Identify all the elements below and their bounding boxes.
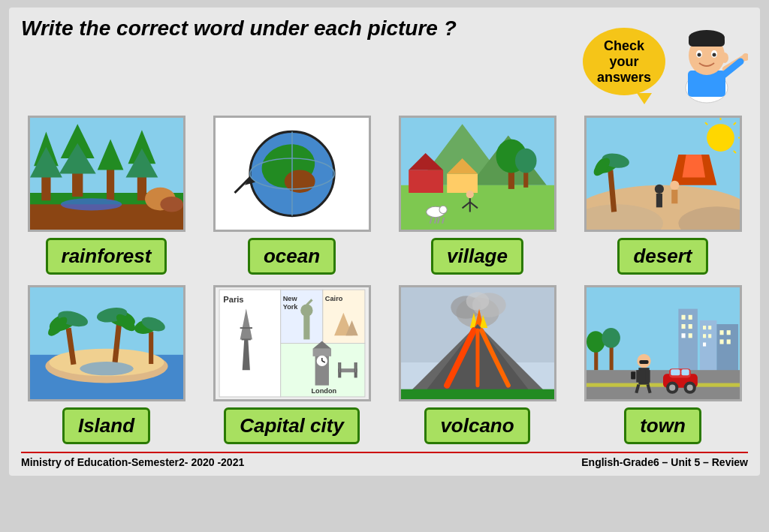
- svg-rect-142: [681, 315, 685, 320]
- picture-cell-village: village: [392, 116, 562, 275]
- svg-point-72: [670, 181, 679, 190]
- svg-rect-106: [303, 313, 309, 340]
- svg-point-131: [466, 292, 489, 310]
- capital-illustration: Paris New York Cairo: [216, 286, 369, 401]
- svg-point-74: [707, 124, 734, 152]
- svg-point-7: [698, 53, 701, 57]
- svg-rect-146: [681, 333, 685, 338]
- svg-rect-116: [312, 349, 330, 356]
- village-illustration: [401, 116, 554, 231]
- svg-marker-69: [682, 155, 705, 178]
- svg-point-49: [514, 149, 536, 173]
- picture-frame-capital: Paris New York Cairo: [213, 285, 371, 401]
- svg-rect-145: [688, 324, 692, 329]
- label-ocean: ocean: [248, 238, 336, 275]
- pictures-grid: rainforest oce: [21, 116, 748, 444]
- svg-text:Cairo: Cairo: [324, 295, 342, 302]
- svg-rect-147: [688, 333, 692, 338]
- page-title: Write the correct word under each pictur…: [21, 17, 457, 41]
- svg-rect-174: [639, 360, 648, 364]
- svg-point-178: [602, 328, 620, 348]
- picture-cell-rainforest: rainforest: [21, 116, 191, 275]
- island-illustration: [30, 286, 183, 401]
- svg-rect-173: [631, 371, 635, 379]
- picture-frame-village: [399, 116, 556, 232]
- picture-cell-desert: desert: [578, 116, 748, 275]
- character-illustration: [665, 17, 748, 107]
- svg-point-27: [60, 198, 122, 210]
- label-volcano: volcano: [424, 407, 529, 444]
- svg-point-176: [587, 331, 605, 353]
- header: Write the correct word under each pictur…: [21, 17, 748, 107]
- svg-point-55: [439, 206, 447, 213]
- svg-rect-22: [107, 166, 114, 200]
- rainforest-illustration: [30, 116, 183, 231]
- svg-rect-154: [726, 330, 730, 335]
- picture-cell-town: town: [578, 285, 748, 444]
- town-illustration: [587, 286, 740, 401]
- svg-point-163: [686, 385, 692, 391]
- svg-point-70: [654, 185, 663, 194]
- check-bubble-area: Checkyouranswers: [583, 17, 748, 107]
- svg-point-162: [669, 385, 675, 391]
- svg-rect-137: [401, 389, 554, 401]
- svg-point-8: [713, 53, 716, 57]
- svg-rect-166: [681, 369, 689, 375]
- footer-left: Ministry of Education-Semester2- 2020 -2…: [21, 456, 244, 468]
- volcano-illustration: [401, 286, 554, 401]
- svg-rect-153: [719, 330, 723, 335]
- svg-point-95: [80, 362, 133, 375]
- svg-rect-169: [636, 370, 641, 382]
- svg-rect-92: [149, 332, 153, 364]
- picture-frame-volcano: [399, 285, 556, 401]
- svg-text:Paris: Paris: [223, 295, 243, 304]
- svg-text:New: New: [282, 295, 297, 302]
- desert-illustration: [587, 116, 740, 231]
- label-capital-city: Capital city: [224, 407, 360, 444]
- svg-rect-73: [671, 190, 677, 203]
- svg-point-107: [300, 304, 312, 316]
- svg-rect-151: [708, 334, 711, 338]
- svg-rect-144: [681, 324, 685, 329]
- picture-frame-island: [28, 285, 185, 401]
- label-town: town: [624, 407, 701, 444]
- svg-rect-149: [708, 326, 711, 329]
- picture-cell-ocean: ocean: [207, 116, 377, 275]
- svg-rect-150: [703, 334, 706, 338]
- picture-frame-town: [584, 285, 742, 401]
- check-bubble[interactable]: Checkyouranswers: [583, 28, 665, 95]
- svg-point-50: [466, 191, 473, 198]
- svg-rect-71: [656, 194, 662, 207]
- label-island: Island: [62, 407, 150, 444]
- label-village: village: [431, 238, 523, 275]
- picture-frame-desert: [584, 116, 742, 232]
- footer: Ministry of Education-Semester2- 2020 -2…: [21, 452, 748, 468]
- svg-rect-155: [719, 339, 723, 344]
- picture-cell-volcano: volcano: [392, 285, 562, 444]
- svg-text:York: York: [282, 303, 298, 311]
- ocean-illustration: [216, 116, 369, 231]
- svg-rect-44: [447, 174, 478, 194]
- svg-rect-4: [689, 36, 725, 47]
- picture-frame-rainforest: [28, 116, 185, 232]
- svg-rect-148: [703, 326, 706, 329]
- svg-point-29: [160, 197, 183, 212]
- main-container: Write the correct word under each pictur…: [9, 8, 760, 476]
- label-rainforest: rainforest: [46, 238, 167, 275]
- svg-rect-156: [726, 339, 730, 344]
- svg-rect-165: [671, 369, 680, 375]
- svg-rect-170: [645, 370, 650, 382]
- label-desert: desert: [617, 238, 707, 275]
- footer-right: English-Grade6 – Unit 5 – Review: [581, 456, 748, 468]
- svg-text:London: London: [311, 387, 336, 395]
- svg-point-9: [721, 53, 728, 63]
- svg-rect-42: [409, 170, 443, 193]
- picture-cell-island: Island: [21, 285, 191, 444]
- svg-rect-143: [688, 315, 692, 320]
- picture-frame-ocean: [213, 116, 371, 232]
- svg-rect-152: [703, 342, 706, 346]
- svg-rect-97: [219, 290, 281, 397]
- picture-cell-capital: Paris New York Cairo: [207, 285, 377, 444]
